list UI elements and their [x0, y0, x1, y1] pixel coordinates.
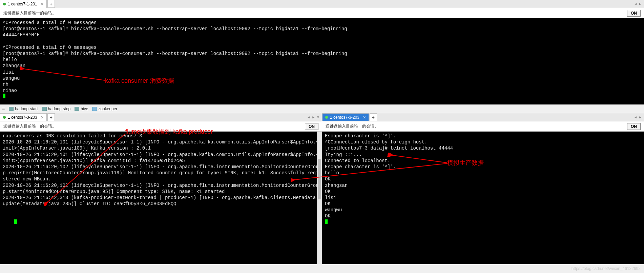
- tab-label: 1 centos7-3-203: [330, 115, 359, 120]
- add-tab-button[interactable]: +: [370, 113, 377, 121]
- on-button[interactable]: ON: [305, 123, 318, 130]
- info-text: 送键盘输入目前唯一的会话。: [3, 123, 56, 129]
- on-button[interactable]: ON: [627, 123, 641, 130]
- tab-label: 1 centos7-3-203: [8, 115, 37, 120]
- bookmark-hadoop-start[interactable]: hadoop-start: [9, 106, 38, 111]
- right-pane: 1 centos7-3-203 ✕ + ◄ ► 送键盘输入目前唯一的会话。 ON…: [322, 113, 644, 264]
- right-info-bar: 送键盘输入目前唯一的会话。 ON: [322, 121, 644, 132]
- tab-centos7-3-203-left[interactable]: 1 centos7-3-203 ✕: [0, 113, 47, 121]
- tab-label: 1 centos7-1-201: [8, 2, 37, 6]
- top-terminal[interactable]: ^CProcessed a total of 0 messages [root@…: [0, 18, 644, 104]
- folder-icon: [92, 107, 97, 111]
- arrow-down-icon[interactable]: ▼: [316, 115, 320, 119]
- status-dot-icon: [3, 3, 6, 5]
- bookmark-toolbar: ≡ hadoop-start hadoop-stop hive zookeepe…: [0, 104, 644, 113]
- left-tab-bar: 1 centos7-3-203 ✕ + ◄ ► ▼: [0, 113, 322, 121]
- tab-nav-arrows: ◄ ► ▼: [307, 113, 322, 121]
- folder-icon: [42, 107, 47, 111]
- bookmark-zookeeper[interactable]: zookeeper: [92, 106, 117, 111]
- left-info-bar: 送键盘输入目前唯一的会话。 ON: [0, 121, 322, 132]
- left-terminal[interactable]: rap.servers as DNS resolution failed for…: [0, 132, 322, 264]
- folder-icon: [75, 107, 79, 111]
- close-icon[interactable]: ✕: [363, 115, 366, 120]
- arrow-left-icon[interactable]: ◄: [307, 115, 310, 119]
- info-text: 送键盘输入目前唯一的会话。: [326, 123, 378, 129]
- close-icon[interactable]: ✕: [41, 2, 44, 6]
- on-button[interactable]: ON: [627, 10, 641, 17]
- right-terminal[interactable]: Escape character is '^]'. ^CConnection c…: [322, 132, 644, 264]
- tab-nav-arrows: ◄ ►: [634, 0, 644, 8]
- scrollbar[interactable]: [317, 132, 322, 264]
- status-dot-icon: [325, 116, 328, 119]
- hamburger-icon[interactable]: ≡: [2, 106, 5, 112]
- add-tab-button[interactable]: +: [47, 0, 55, 8]
- bookmark-hadoop-stop[interactable]: hadoop-stop: [42, 106, 71, 111]
- bottom-split: 1 centos7-3-203 ✕ + ◄ ► ▼ 送键盘输入目前唯一的会话。 …: [0, 113, 644, 264]
- arrow-left-icon[interactable]: ◄: [634, 2, 637, 6]
- watermark: https://blog.csdn.net/weixin_46122692: [572, 266, 641, 271]
- top-tab-bar: 1 centos7-1-201 ✕ + ◄ ►: [0, 0, 644, 8]
- arrow-right-icon[interactable]: ►: [312, 115, 315, 119]
- close-icon[interactable]: ✕: [41, 115, 44, 120]
- info-text: 送键盘输入目前唯一的会话。: [3, 10, 56, 16]
- bookmark-hive[interactable]: hive: [75, 106, 88, 111]
- top-pane: 1 centos7-1-201 ✕ + ◄ ► 送键盘输入目前唯一的会话。 ON…: [0, 0, 644, 104]
- tab-nav-arrows: ◄ ►: [634, 113, 644, 121]
- tab-centos7-3-203-right[interactable]: 1 centos7-3-203 ✕: [322, 113, 369, 121]
- arrow-left-icon[interactable]: ◄: [634, 115, 637, 119]
- left-pane: 1 centos7-3-203 ✕ + ◄ ► ▼ 送键盘输入目前唯一的会话。 …: [0, 113, 322, 264]
- arrow-right-icon[interactable]: ►: [639, 2, 642, 6]
- status-dot-icon: [3, 116, 6, 119]
- top-info-bar: 送键盘输入目前唯一的会话。 ON: [0, 8, 644, 18]
- arrow-right-icon[interactable]: ►: [639, 115, 642, 119]
- add-tab-button[interactable]: +: [47, 113, 55, 121]
- right-tab-bar: 1 centos7-3-203 ✕ + ◄ ►: [322, 113, 644, 121]
- scroll-thumb[interactable]: [318, 159, 321, 199]
- folder-icon: [9, 107, 14, 111]
- tab-centos7-1-201[interactable]: 1 centos7-1-201 ✕: [0, 0, 47, 8]
